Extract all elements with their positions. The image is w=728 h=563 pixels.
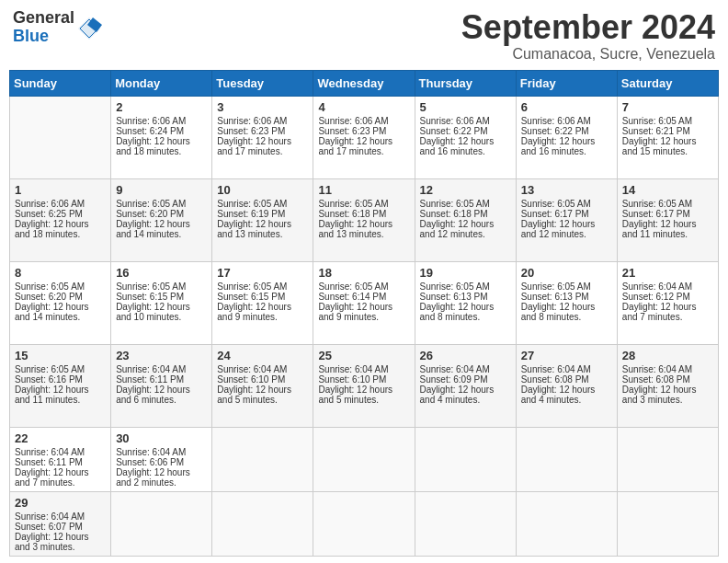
day-number: 26 bbox=[420, 349, 511, 362]
sunset-text: Sunset: 6:21 PM bbox=[622, 126, 690, 136]
table-row: 3Sunrise: 6:06 AMSunset: 6:23 PMDaylight… bbox=[212, 96, 313, 178]
sunset-text: Sunset: 6:17 PM bbox=[622, 209, 690, 219]
daylight-text: Daylight: 12 hours and 12 minutes. bbox=[521, 219, 596, 239]
day-number: 5 bbox=[420, 100, 511, 114]
sunrise-text: Sunrise: 6:05 AM bbox=[217, 199, 287, 209]
table-row bbox=[212, 427, 313, 491]
sunrise-text: Sunrise: 6:04 AM bbox=[116, 364, 186, 374]
sunrise-text: Sunrise: 6:05 AM bbox=[217, 282, 287, 292]
sunrise-text: Sunrise: 6:06 AM bbox=[15, 199, 85, 209]
daylight-text: Daylight: 12 hours and 13 minutes. bbox=[318, 219, 392, 239]
sunrise-text: Sunrise: 6:05 AM bbox=[15, 282, 85, 292]
sunrise-text: Sunrise: 6:05 AM bbox=[622, 116, 692, 126]
header-tuesday: Tuesday bbox=[212, 70, 313, 96]
sunset-text: Sunset: 6:13 PM bbox=[420, 292, 488, 302]
table-row: 15Sunrise: 6:05 AMSunset: 6:16 PMDayligh… bbox=[10, 344, 111, 427]
day-number: 25 bbox=[318, 349, 409, 362]
sunrise-text: Sunrise: 6:04 AM bbox=[15, 447, 85, 457]
table-row bbox=[313, 427, 415, 491]
sunset-text: Sunset: 6:13 PM bbox=[521, 292, 589, 302]
sunrise-text: Sunrise: 6:04 AM bbox=[521, 364, 591, 374]
daylight-text: Daylight: 12 hours and 15 minutes. bbox=[622, 136, 697, 156]
sunrise-text: Sunrise: 6:06 AM bbox=[217, 116, 287, 126]
table-row: 19Sunrise: 6:05 AMSunset: 6:13 PMDayligh… bbox=[415, 261, 516, 344]
day-number: 27 bbox=[521, 349, 612, 362]
sunset-text: Sunset: 6:20 PM bbox=[116, 209, 184, 219]
table-row: 22Sunrise: 6:04 AMSunset: 6:11 PMDayligh… bbox=[10, 427, 111, 491]
day-number: 2 bbox=[116, 100, 207, 114]
table-row bbox=[415, 491, 516, 556]
table-row bbox=[516, 491, 617, 556]
table-row: 12Sunrise: 6:05 AMSunset: 6:18 PMDayligh… bbox=[415, 178, 516, 261]
page-header: General Blue September 2024 Cumanacoa, S… bbox=[9, 9, 719, 63]
sunrise-text: Sunrise: 6:06 AM bbox=[521, 116, 591, 126]
sunrise-text: Sunrise: 6:05 AM bbox=[116, 282, 186, 292]
daylight-text: Daylight: 12 hours and 17 minutes. bbox=[217, 136, 291, 156]
sunrise-text: Sunrise: 6:05 AM bbox=[318, 199, 388, 209]
header-saturday: Saturday bbox=[617, 70, 718, 96]
table-row: 27Sunrise: 6:04 AMSunset: 6:08 PMDayligh… bbox=[516, 344, 617, 427]
daylight-text: Daylight: 12 hours and 11 minutes. bbox=[15, 385, 89, 405]
daylight-text: Daylight: 12 hours and 5 minutes. bbox=[217, 385, 291, 405]
table-row: 2Sunrise: 6:06 AMSunset: 6:24 PMDaylight… bbox=[111, 96, 212, 178]
table-row: 23Sunrise: 6:04 AMSunset: 6:11 PMDayligh… bbox=[111, 344, 212, 427]
table-row: 13Sunrise: 6:05 AMSunset: 6:17 PMDayligh… bbox=[516, 178, 617, 261]
day-number: 11 bbox=[318, 183, 409, 197]
daylight-text: Daylight: 12 hours and 8 minutes. bbox=[521, 302, 596, 322]
daylight-text: Daylight: 12 hours and 9 minutes. bbox=[217, 302, 291, 322]
sunset-text: Sunset: 6:16 PM bbox=[15, 374, 83, 385]
header-thursday: Thursday bbox=[415, 70, 516, 96]
table-row: 28Sunrise: 6:04 AMSunset: 6:08 PMDayligh… bbox=[617, 344, 718, 427]
table-row: 8Sunrise: 6:05 AMSunset: 6:20 PMDaylight… bbox=[10, 261, 111, 344]
daylight-text: Daylight: 12 hours and 11 minutes. bbox=[622, 219, 697, 239]
day-number: 3 bbox=[217, 100, 308, 114]
daylight-text: Daylight: 12 hours and 16 minutes. bbox=[521, 136, 596, 156]
sunset-text: Sunset: 6:10 PM bbox=[217, 374, 285, 385]
table-row bbox=[10, 96, 111, 178]
day-number: 4 bbox=[318, 100, 409, 114]
calendar-table: Sunday Monday Tuesday Wednesday Thursday… bbox=[9, 70, 719, 557]
sunrise-text: Sunrise: 6:05 AM bbox=[420, 199, 490, 209]
sunrise-text: Sunrise: 6:05 AM bbox=[521, 199, 591, 209]
table-row: 24Sunrise: 6:04 AMSunset: 6:10 PMDayligh… bbox=[212, 344, 313, 427]
calendar-header-row: Sunday Monday Tuesday Wednesday Thursday… bbox=[10, 70, 719, 96]
sunset-text: Sunset: 6:12 PM bbox=[622, 292, 690, 302]
header-friday: Friday bbox=[516, 70, 617, 96]
sunset-text: Sunset: 6:07 PM bbox=[15, 522, 83, 532]
sunset-text: Sunset: 6:11 PM bbox=[116, 374, 184, 385]
table-row: 11Sunrise: 6:05 AMSunset: 6:18 PMDayligh… bbox=[313, 178, 415, 261]
day-number: 21 bbox=[622, 266, 713, 280]
sunrise-text: Sunrise: 6:04 AM bbox=[116, 447, 186, 457]
sunset-text: Sunset: 6:14 PM bbox=[318, 292, 386, 302]
daylight-text: Daylight: 12 hours and 14 minutes. bbox=[116, 219, 190, 239]
daylight-text: Daylight: 12 hours and 2 minutes. bbox=[116, 467, 190, 488]
table-row: 14Sunrise: 6:05 AMSunset: 6:17 PMDayligh… bbox=[617, 178, 718, 261]
title-block: September 2024 Cumanacoa, Sucre, Venezue… bbox=[461, 9, 715, 63]
daylight-text: Daylight: 12 hours and 13 minutes. bbox=[217, 219, 291, 239]
sunrise-text: Sunrise: 6:04 AM bbox=[15, 511, 85, 522]
sunset-text: Sunset: 6:15 PM bbox=[116, 292, 184, 302]
table-row bbox=[415, 427, 516, 491]
day-number: 9 bbox=[116, 183, 207, 197]
table-row: 6Sunrise: 6:06 AMSunset: 6:22 PMDaylight… bbox=[516, 96, 617, 178]
table-row: 7Sunrise: 6:05 AMSunset: 6:21 PMDaylight… bbox=[617, 96, 718, 178]
daylight-text: Daylight: 12 hours and 8 minutes. bbox=[420, 302, 495, 322]
daylight-text: Daylight: 12 hours and 3 minutes. bbox=[622, 385, 697, 405]
table-row: 25Sunrise: 6:04 AMSunset: 6:10 PMDayligh… bbox=[313, 344, 415, 427]
table-row: 21Sunrise: 6:04 AMSunset: 6:12 PMDayligh… bbox=[617, 261, 718, 344]
daylight-text: Daylight: 12 hours and 6 minutes. bbox=[116, 385, 190, 405]
sunset-text: Sunset: 6:18 PM bbox=[420, 209, 488, 219]
day-number: 30 bbox=[116, 431, 207, 445]
day-number: 23 bbox=[116, 349, 207, 362]
sunrise-text: Sunrise: 6:05 AM bbox=[521, 282, 591, 292]
sunrise-text: Sunrise: 6:04 AM bbox=[217, 364, 287, 374]
day-number: 19 bbox=[420, 266, 511, 280]
table-row: 29Sunrise: 6:04 AMSunset: 6:07 PMDayligh… bbox=[10, 491, 111, 556]
daylight-text: Daylight: 12 hours and 7 minutes. bbox=[622, 302, 697, 322]
day-number: 18 bbox=[318, 266, 409, 280]
sunrise-text: Sunrise: 6:06 AM bbox=[318, 116, 388, 126]
table-row: 30Sunrise: 6:04 AMSunset: 6:06 PMDayligh… bbox=[111, 427, 212, 491]
sunset-text: Sunset: 6:20 PM bbox=[15, 292, 83, 302]
sunrise-text: Sunrise: 6:04 AM bbox=[318, 364, 388, 374]
location: Cumanacoa, Sucre, Venezuela bbox=[461, 46, 715, 63]
